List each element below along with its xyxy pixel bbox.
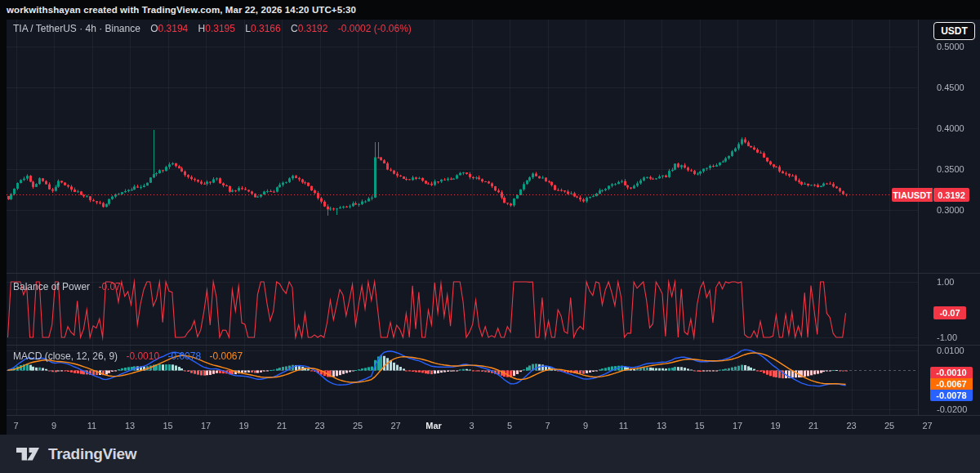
open-label: O xyxy=(150,23,158,34)
bop-title[interactable]: Balance of Power xyxy=(13,281,90,292)
time-axis-label: 9 xyxy=(583,421,588,431)
time-axis-label: 11 xyxy=(619,421,628,431)
bop-legend[interactable]: Balance of Power -0.07 xyxy=(13,281,121,292)
low-value: 0.3166 xyxy=(251,23,281,34)
footer-bar: TradingView xyxy=(0,435,980,473)
time-axis-label: 3 xyxy=(469,421,474,431)
time-axis-label: 27 xyxy=(922,421,932,431)
currency-toggle-button[interactable]: USDT xyxy=(933,22,975,40)
watermark-text: workwithshayan created with TradingView.… xyxy=(7,5,356,15)
macd-legend[interactable]: MACD (close, 12, 26, 9) -0.0010 -0.0078 … xyxy=(13,350,243,362)
time-axis-label: 21 xyxy=(277,421,287,431)
time-axis-label: 25 xyxy=(353,421,363,431)
time-axis-label: 19 xyxy=(770,421,780,431)
tradingview-logo-icon[interactable] xyxy=(16,446,41,462)
y-axis-label: 0.3000 xyxy=(937,205,964,215)
time-axis-label: 17 xyxy=(733,421,742,431)
high-label: H xyxy=(198,23,206,34)
time-axis-label: 19 xyxy=(238,421,248,431)
macd-title[interactable]: MACD (close, 12, 26, 9) xyxy=(13,350,118,362)
symbol-price-label: TIAUSDT xyxy=(892,188,933,202)
macd-line-value: -0.0078 xyxy=(167,350,201,362)
time-axis-label: 17 xyxy=(201,421,211,431)
close-value: 0.3192 xyxy=(298,23,328,34)
low-label: L xyxy=(245,23,251,34)
tradingview-logo-text[interactable]: TradingView xyxy=(48,445,136,463)
bop-value: -0.07 xyxy=(98,281,120,292)
time-axis-label: Mar xyxy=(425,421,442,431)
bop-value-badge: -0.07 xyxy=(933,306,966,319)
y-axis-label: -1.00 xyxy=(937,332,957,342)
change-value: -0.0002 (-0.06%) xyxy=(338,23,412,34)
y-axis-label: 1.00 xyxy=(937,277,954,287)
last-price-badge: 0.3192 xyxy=(933,188,969,202)
macd-line-badge: -0.0078 xyxy=(930,390,973,401)
time-axis-label: 15 xyxy=(163,421,172,431)
chart-canvas[interactable] xyxy=(0,20,980,435)
time-axis-label: 7 xyxy=(545,421,550,431)
time-axis-label: 23 xyxy=(846,421,856,431)
y-axis-label: -0.0200 xyxy=(937,404,967,414)
time-axis-label: 13 xyxy=(657,421,666,431)
macd-hist-value: -0.0010 xyxy=(126,350,159,362)
time-axis-label: 7 xyxy=(13,421,18,431)
open-value: 0.3194 xyxy=(158,23,189,34)
symbol-title[interactable]: TIA / TetherUS · 4h · Binance xyxy=(13,23,140,34)
macd-line-badge-text: -0.0078 xyxy=(936,390,966,400)
time-axis-label: 13 xyxy=(125,421,135,431)
macd-signal-badge-text: -0.0067 xyxy=(936,379,966,389)
symbol-legend[interactable]: TIA / TetherUS · 4h · Binance O0.3194 H0… xyxy=(13,23,412,34)
macd-signal-badge: -0.0067 xyxy=(930,378,973,390)
time-axis-label: 15 xyxy=(694,421,704,431)
watermark-bar: workwithshayan created with TradingView.… xyxy=(0,0,980,20)
time-axis-label: 11 xyxy=(87,421,96,431)
macd-signal-value: -0.0067 xyxy=(209,350,243,362)
macd-hist-badge: -0.0010 xyxy=(930,367,973,378)
symbol-price-label-text: TIAUSDT xyxy=(893,190,932,200)
time-axis-label: 21 xyxy=(808,421,818,431)
last-price-badge-text: 0.3192 xyxy=(938,190,965,200)
close-label: C xyxy=(291,23,298,34)
time-axis-label: 25 xyxy=(884,421,894,431)
y-axis-label: 0.4000 xyxy=(937,123,964,133)
bop-value-badge-text: -0.07 xyxy=(939,308,960,318)
macd-hist-badge-text: -0.0010 xyxy=(936,368,966,377)
time-axis-label: 27 xyxy=(390,421,400,431)
y-axis-label: 0.0100 xyxy=(937,346,964,355)
y-axis-label: 0.3500 xyxy=(937,164,964,174)
time-axis-label: 23 xyxy=(314,421,324,431)
tradingview-chart-window: workwithshayan created with TradingView.… xyxy=(0,0,980,473)
time-axis-label: 5 xyxy=(507,421,512,431)
y-axis-label: 0.4500 xyxy=(937,83,964,92)
y-axis-label: 0.5000 xyxy=(937,42,964,51)
high-value: 0.3195 xyxy=(205,23,235,34)
currency-toggle-label: USDT xyxy=(941,25,968,37)
time-axis-label: 9 xyxy=(51,421,56,431)
